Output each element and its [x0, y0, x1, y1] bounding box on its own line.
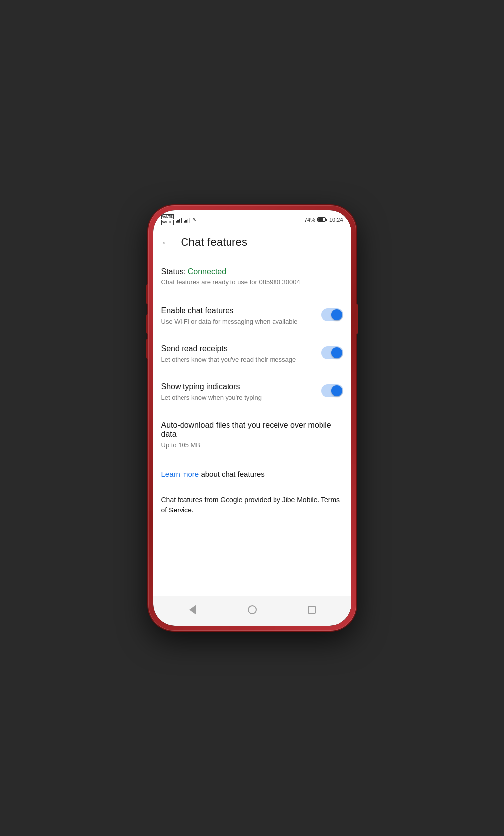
auto-download-section[interactable]: Auto-download files that you receive ove…	[153, 412, 351, 459]
nav-recents-button[interactable]	[305, 603, 319, 617]
clock: 10:24	[329, 217, 343, 223]
page-title: Chat features	[181, 236, 248, 249]
auto-download-title: Auto-download files that you receive ove…	[161, 421, 343, 439]
typing-indicators-knob	[331, 385, 342, 396]
battery-icon	[317, 217, 327, 222]
typing-indicators-section: Show typing indicators Let others know w…	[153, 373, 351, 411]
phone-device: VoLTE VoLTE ∿	[148, 205, 356, 631]
enable-chat-row: Enable chat features Use Wi-Fi or data f…	[161, 306, 343, 326]
read-receipts-toggle[interactable]	[321, 346, 343, 359]
read-receipts-title: Send read receipts	[161, 344, 316, 353]
signal-bars-2	[184, 217, 190, 223]
status-bar: VoLTE VoLTE ∿	[153, 210, 351, 227]
status-line: Status: Connected	[161, 267, 343, 276]
terms-text: Chat features from Google provided by Ji…	[161, 495, 343, 515]
nav-home-button[interactable]	[245, 603, 259, 617]
volte2-badge: VoLTE	[161, 220, 174, 225]
read-receipts-content: Send read receipts Let others know that …	[161, 344, 321, 364]
status-value: Connected	[188, 267, 226, 276]
nav-back-button[interactable]	[186, 603, 200, 617]
learn-more-link[interactable]: Learn more	[161, 470, 199, 478]
back-button[interactable]: ←	[159, 235, 173, 250]
learn-more-rest: about chat features	[199, 470, 265, 478]
read-receipts-knob	[331, 347, 342, 358]
status-section: Status: Connected Chat features are read…	[153, 258, 351, 297]
terms-section: Chat features from Google provided by Ji…	[153, 490, 351, 527]
typing-indicators-toggle[interactable]	[321, 384, 343, 397]
screen: VoLTE VoLTE ∿	[153, 210, 351, 626]
recents-square-icon	[308, 606, 316, 614]
status-description: Chat features are ready to use for 08598…	[161, 278, 343, 287]
app-content: ← Chat features Status: Connected Chat f…	[153, 227, 351, 596]
enable-chat-knob	[331, 309, 342, 320]
phone-inner: VoLTE VoLTE ∿	[153, 210, 351, 626]
signal-bars-1	[176, 217, 182, 223]
status-right: 74% 10:24	[304, 217, 343, 223]
enable-chat-content: Enable chat features Use Wi-Fi or data f…	[161, 306, 321, 326]
enable-chat-toggle[interactable]	[321, 308, 343, 321]
read-receipts-desc: Let others know that you've read their m…	[161, 355, 316, 364]
status-left: VoLTE VoLTE ∿	[161, 214, 197, 225]
wifi-icon: ∿	[192, 216, 197, 223]
home-circle-icon	[248, 605, 257, 614]
back-triangle-icon	[189, 605, 196, 615]
typing-indicators-title: Show typing indicators	[161, 382, 316, 391]
auto-download-desc: Up to 105 MB	[161, 441, 343, 450]
app-header: ← Chat features	[153, 227, 351, 258]
nav-bar	[153, 596, 351, 626]
enable-chat-desc: Use Wi-Fi or data for messaging when ava…	[161, 317, 316, 326]
read-receipts-section: Send read receipts Let others know that …	[153, 335, 351, 373]
learn-more-section: Learn more about chat features	[153, 459, 351, 490]
typing-indicators-row: Show typing indicators Let others know w…	[161, 382, 343, 402]
volte1-badge: VoLTE	[161, 214, 174, 219]
status-label: Status:	[161, 267, 188, 276]
typing-indicators-desc: Let others know when you're typing	[161, 393, 316, 402]
typing-indicators-content: Show typing indicators Let others know w…	[161, 382, 321, 402]
read-receipts-row: Send read receipts Let others know that …	[161, 344, 343, 364]
enable-chat-title: Enable chat features	[161, 306, 316, 315]
battery-percent: 74%	[304, 217, 315, 223]
enable-chat-section: Enable chat features Use Wi-Fi or data f…	[153, 297, 351, 335]
learn-more-text: Learn more about chat features	[161, 469, 343, 480]
